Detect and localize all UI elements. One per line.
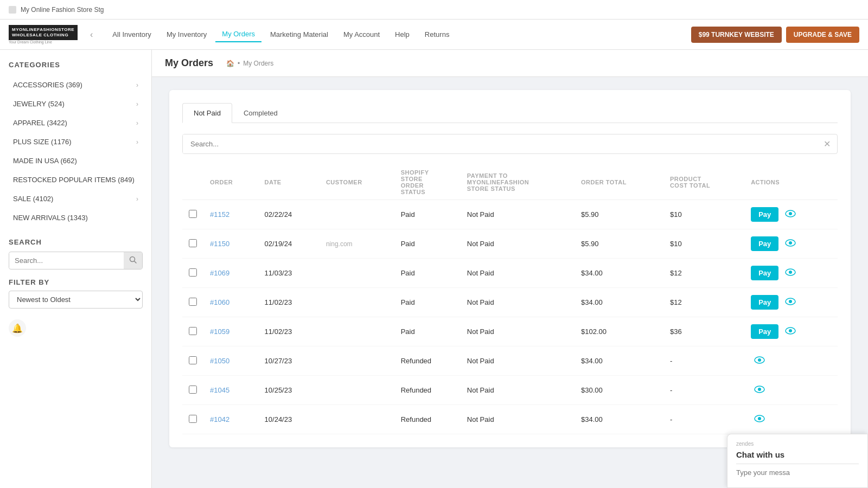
- order-link[interactable]: #1152: [210, 210, 229, 219]
- nav-link-my-account[interactable]: My Account: [337, 27, 386, 42]
- row-checkbox-cell: [182, 346, 203, 376]
- nav-link-returns[interactable]: Returns: [418, 27, 456, 42]
- row-payment-status: Not Paid: [461, 288, 575, 317]
- row-checkbox-cell: [182, 229, 203, 259]
- pay-button[interactable]: Pay: [751, 324, 778, 339]
- turnkey-website-button[interactable]: $99 TURNKEY WEBSITE: [691, 27, 782, 43]
- col-payment-status: PAYMENT TOMYONLINEFASHIONSTORE STATUS: [461, 165, 575, 200]
- pay-button[interactable]: Pay: [751, 236, 778, 251]
- row-checkbox-cell: [182, 376, 203, 405]
- row-order-total: $5.90: [575, 229, 663, 259]
- row-checkbox[interactable]: [189, 298, 197, 306]
- row-checkbox[interactable]: [189, 268, 197, 277]
- table-row: #1050 10/27/23 Refunded Not Paid $34.00 …: [182, 346, 838, 376]
- col-order: ORDER: [203, 165, 258, 200]
- view-button[interactable]: [782, 236, 799, 252]
- row-shopify-status: Paid: [394, 288, 461, 317]
- browser-tab-bar: My Online Fashion Store Stg: [0, 0, 868, 20]
- nav-toggle-icon[interactable]: ‹: [90, 30, 93, 40]
- main-nav: MYONLINEFASHIONSTORE WHOLESALE CLOTHING …: [0, 20, 868, 50]
- logo-tagline: Your Dream Clothing Line: [9, 40, 78, 44]
- pay-button[interactable]: Pay: [751, 207, 778, 222]
- nav-link-my-orders[interactable]: My Orders: [215, 27, 261, 42]
- category-sale[interactable]: SALE (4102) ›: [9, 189, 143, 208]
- chevron-right-icon: ›: [136, 119, 138, 127]
- row-checkbox-cell: [182, 317, 203, 346]
- row-order-total: $34.00: [575, 259, 663, 288]
- row-shopify-status: Paid: [394, 259, 461, 288]
- categories-title: CATEGORIES: [9, 61, 143, 69]
- search-button[interactable]: [124, 252, 142, 269]
- row-checkbox-cell: [182, 259, 203, 288]
- svg-point-6: [789, 241, 792, 245]
- chat-input[interactable]: [736, 464, 859, 481]
- view-button[interactable]: [751, 412, 768, 427]
- row-order-id: #1069: [203, 259, 258, 288]
- order-link[interactable]: #1050: [210, 357, 229, 365]
- filter-select[interactable]: Newest to OldestOldest to Newest: [9, 291, 143, 309]
- category-new-arrivals[interactable]: NEW ARRIVALS (1343): [9, 208, 143, 227]
- category-accessories[interactable]: ACCESSORIES (369) ›: [9, 75, 143, 94]
- tab-completed[interactable]: Completed: [232, 103, 289, 123]
- row-checkbox[interactable]: [189, 210, 197, 218]
- row-customer: [320, 405, 394, 434]
- order-link[interactable]: #1150: [210, 240, 229, 248]
- category-plus-size[interactable]: PLUS SIZE (1176) ›: [9, 132, 143, 151]
- view-button[interactable]: [782, 324, 799, 339]
- search-clear-button[interactable]: ✕: [817, 134, 837, 153]
- pay-button[interactable]: Pay: [751, 266, 778, 280]
- category-jewelry[interactable]: JEWELRY (524) ›: [9, 94, 143, 113]
- order-link[interactable]: #1060: [210, 298, 229, 306]
- order-link[interactable]: #1069: [210, 269, 229, 277]
- row-checkbox[interactable]: [189, 239, 197, 247]
- category-made-in-usa[interactable]: MADE IN USA (662): [9, 151, 143, 170]
- logo-text: MYONLINEFASHIONSTORE WHOLESALE CLOTHING: [9, 25, 78, 41]
- notification-icon[interactable]: 🔔: [9, 319, 26, 337]
- row-product-cost: -: [663, 405, 744, 434]
- svg-point-18: [758, 417, 761, 420]
- tab-not-paid[interactable]: Not Paid: [182, 103, 232, 123]
- row-checkbox[interactable]: [189, 327, 197, 335]
- view-button[interactable]: [751, 382, 768, 398]
- row-order-id: #1060: [203, 288, 258, 317]
- row-date: 10/24/23: [258, 405, 320, 434]
- order-link[interactable]: #1042: [210, 415, 229, 423]
- main-layout: CATEGORIES ACCESSORIES (369) › JEWELRY (…: [0, 50, 868, 488]
- view-button[interactable]: [782, 207, 799, 222]
- view-button[interactable]: [782, 294, 799, 310]
- svg-point-4: [789, 212, 792, 215]
- search-icon: [129, 256, 137, 264]
- row-shopify-status: Paid: [394, 200, 461, 229]
- category-apparel[interactable]: APPAREL (3422) ›: [9, 113, 143, 132]
- row-actions: [744, 405, 838, 434]
- row-checkbox[interactable]: [189, 415, 197, 423]
- row-payment-status: Not Paid: [461, 376, 575, 405]
- row-order-total: $5.90: [575, 200, 663, 229]
- view-button[interactable]: [782, 265, 799, 281]
- order-tabs: Not Paid Completed: [182, 103, 838, 123]
- upgrade-save-button[interactable]: UPGRADE & SAVE: [786, 27, 859, 43]
- search-input[interactable]: [9, 253, 124, 268]
- nav-link-my-inventory[interactable]: My Inventory: [160, 27, 213, 42]
- pay-button[interactable]: Pay: [751, 295, 778, 310]
- order-link[interactable]: #1059: [210, 328, 229, 336]
- category-restocked[interactable]: RESTOCKED POPULAR ITEMS (849): [9, 170, 143, 189]
- orders-search-input[interactable]: [183, 134, 817, 153]
- view-button[interactable]: [751, 353, 768, 369]
- row-payment-status: Not Paid: [461, 405, 575, 434]
- nav-link-help[interactable]: Help: [388, 27, 416, 42]
- row-checkbox[interactable]: [189, 356, 197, 364]
- browser-icon: [9, 6, 16, 14]
- order-link[interactable]: #1045: [210, 386, 229, 394]
- row-actions: Pay: [744, 259, 838, 288]
- row-customer: [320, 346, 394, 376]
- nav-link-marketing-material[interactable]: Marketing Material: [264, 27, 335, 42]
- table-row: #1069 11/03/23 Paid Not Paid $34.00 $12 …: [182, 259, 838, 288]
- filter-title: FILTER BY: [9, 278, 143, 286]
- sidebar-bottom: 🔔: [9, 319, 143, 337]
- row-checkbox[interactable]: [189, 386, 197, 394]
- eye-icon: [754, 386, 765, 393]
- row-date: 02/22/24: [258, 200, 320, 229]
- row-customer: [320, 259, 394, 288]
- nav-link-all-inventory[interactable]: All Inventory: [106, 27, 158, 42]
